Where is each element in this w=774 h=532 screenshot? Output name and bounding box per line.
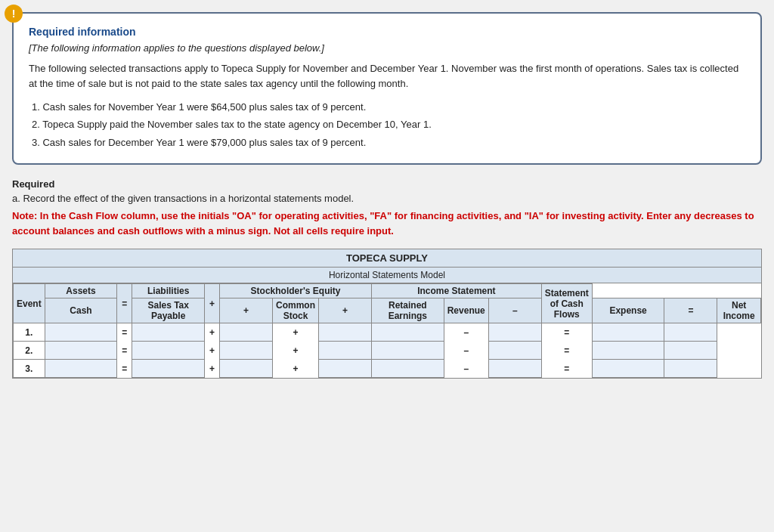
event-cell-1: 1.: [14, 323, 45, 342]
part-a-label: a. Record the effect of the given transa…: [12, 193, 762, 204]
table-row: 1.=++–=: [14, 323, 761, 342]
revenue-input-2[interactable]: [372, 342, 444, 360]
sales-tax-input-3-field[interactable]: [135, 363, 201, 374]
common-stock-input-3[interactable]: [220, 360, 273, 378]
expense-input-1[interactable]: [488, 323, 541, 342]
table-row: 3.=++–=: [14, 360, 761, 378]
cash-flows-input-1[interactable]: [664, 323, 717, 342]
cash-flows-input-2-field[interactable]: [667, 345, 714, 356]
expense-input-1-field[interactable]: [492, 327, 538, 338]
common-stock-input-2-field[interactable]: [223, 345, 269, 356]
eq1-header: =: [117, 284, 132, 323]
common-stock-input-1[interactable]: [220, 323, 273, 342]
cash-input-3-field[interactable]: [48, 363, 114, 374]
operator-cell: =: [117, 323, 132, 342]
statement-cash-flows-header: Statement of Cash Flows: [541, 284, 592, 323]
operator-cell: +: [273, 323, 319, 342]
sales-tax-input-2[interactable]: [132, 342, 205, 360]
revenue-subheader: Revenue: [444, 298, 488, 323]
required-info-title: Required information: [29, 26, 745, 38]
common-stock-input-3-field[interactable]: [223, 363, 269, 374]
net-income-input-2-field[interactable]: [596, 345, 661, 356]
list-item-1: 1. Cash sales for November Year 1 were $…: [29, 98, 745, 116]
retained-earnings-input-3-field[interactable]: [322, 363, 368, 374]
operator-cell: –: [444, 323, 488, 342]
cash-input-3[interactable]: [45, 360, 117, 378]
cash-subheader: Cash: [45, 298, 117, 323]
revenue-input-1-field[interactable]: [375, 327, 441, 338]
common-stock-input-1-field[interactable]: [223, 327, 269, 338]
operator-cell: +: [205, 342, 220, 360]
table-row: 2.=++–=: [14, 342, 761, 360]
retained-earnings-input-1-field[interactable]: [322, 327, 368, 338]
info-box: ! Required information [The following in…: [12, 12, 762, 165]
operator-cell: =: [541, 342, 592, 360]
retained-earnings-input-3[interactable]: [319, 360, 372, 378]
revenue-input-3[interactable]: [372, 360, 444, 378]
cash-input-1[interactable]: [45, 323, 117, 342]
sales-tax-input-3[interactable]: [132, 360, 205, 378]
common-stock-input-2[interactable]: [220, 342, 273, 360]
income-statement-header: Income Statement: [372, 284, 542, 298]
expense-input-2[interactable]: [488, 342, 541, 360]
event-cell-2: 2.: [14, 342, 45, 360]
italic-note: [The following information applies to th…: [29, 42, 745, 54]
retained-earnings-input-2-field[interactable]: [322, 345, 368, 356]
sales-tax-input-2-field[interactable]: [135, 345, 201, 356]
eq3-subheader: =: [664, 298, 717, 323]
note-red: Note: In the Cash Flow column, use the i…: [12, 209, 762, 238]
retained-earnings-input-1[interactable]: [319, 323, 372, 342]
plus1-header: +: [205, 284, 220, 323]
cash-flows-input-2[interactable]: [664, 342, 717, 360]
revenue-input-1[interactable]: [372, 323, 444, 342]
operator-cell: =: [117, 360, 132, 378]
net-income-subheader: Net Income: [717, 298, 761, 323]
retained-earnings-subheader: Retained Earnings: [372, 298, 444, 323]
revenue-input-3-field[interactable]: [375, 363, 441, 374]
event-cell-3: 3.: [14, 360, 45, 378]
operator-cell: +: [205, 360, 220, 378]
cash-input-2[interactable]: [45, 342, 117, 360]
assets-header: Assets: [45, 284, 117, 298]
sales-tax-input-1[interactable]: [132, 323, 205, 342]
event-header: Event: [14, 284, 45, 323]
net-income-input-3-field[interactable]: [596, 363, 661, 374]
net-income-input-3[interactable]: [592, 360, 664, 378]
expense-subheader: Expense: [592, 298, 664, 323]
sales-tax-input-1-field[interactable]: [135, 327, 201, 338]
net-income-input-1[interactable]: [592, 323, 664, 342]
net-income-input-2[interactable]: [592, 342, 664, 360]
minus1-subheader: –: [488, 298, 541, 323]
cash-flows-input-1-field[interactable]: [667, 327, 714, 338]
operator-cell: =: [541, 360, 592, 378]
common-stock-subheader: Common Stock: [273, 298, 319, 323]
stockholders-header: Stockholder's Equity: [220, 284, 372, 298]
operator-cell: =: [541, 323, 592, 342]
plus3-subheader: +: [319, 298, 372, 323]
list-item-2: 2. Topeca Supply paid the November sales…: [29, 116, 745, 133]
plus2-subheader: +: [220, 298, 273, 323]
net-income-input-1-field[interactable]: [596, 327, 661, 338]
operator-cell: –: [444, 360, 488, 378]
cash-flows-input-3[interactable]: [664, 360, 717, 378]
cash-input-1-field[interactable]: [48, 327, 114, 338]
expense-input-3[interactable]: [488, 360, 541, 378]
revenue-input-2-field[interactable]: [375, 345, 441, 356]
expense-input-3-field[interactable]: [492, 363, 538, 374]
operator-cell: –: [444, 342, 488, 360]
cash-input-2-field[interactable]: [48, 345, 114, 356]
cash-flows-input-3-field[interactable]: [667, 363, 714, 374]
required-label: Required: [12, 178, 762, 190]
info-list: 1. Cash sales for November Year 1 were $…: [29, 98, 745, 151]
sales-tax-payable-subheader: Sales Tax Payable: [132, 298, 205, 323]
expense-input-2-field[interactable]: [492, 345, 538, 356]
list-item-3: 3. Cash sales for December Year 1 were $…: [29, 134, 745, 151]
operator-cell: +: [273, 342, 319, 360]
operator-cell: +: [205, 323, 220, 342]
alert-icon: !: [5, 5, 23, 23]
liabilities-header: Liabilities: [132, 284, 205, 298]
table-title: TOPECA SUPPLY: [13, 249, 761, 268]
statements-table-container: TOPECA SUPPLY Horizontal Statements Mode…: [12, 249, 762, 379]
main-table: Event Assets = Liabilities + Stockholder…: [13, 283, 761, 378]
retained-earnings-input-2[interactable]: [319, 342, 372, 360]
